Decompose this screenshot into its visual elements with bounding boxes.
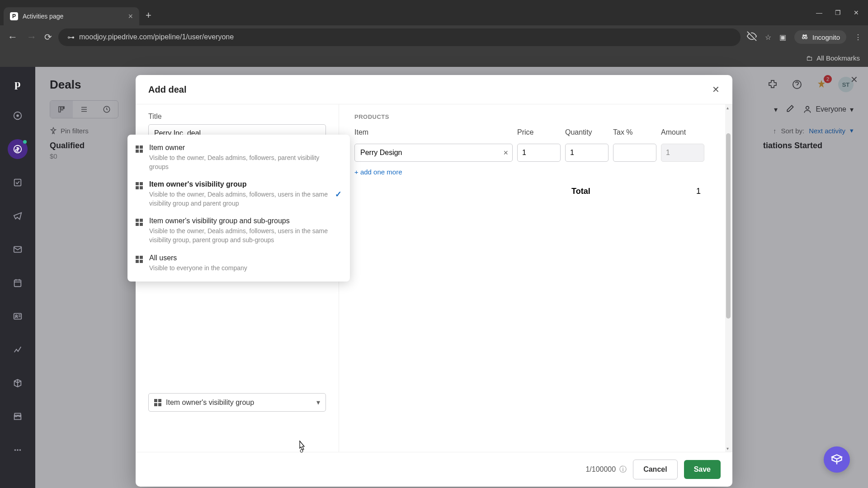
check-icon: ✓ [335,189,342,199]
new-tab-button[interactable]: + [146,9,151,21]
price-input[interactable] [517,144,561,162]
option-title: Item owner's visibility group and sub-gr… [149,217,342,225]
col-price: Price [517,128,561,139]
visibility-off-icon[interactable] [747,31,757,43]
modal-title: Add deal [148,84,186,95]
minimize-button[interactable]: — [816,9,822,16]
sidebar-item-products[interactable] [8,373,28,393]
tab-favicon: P [10,12,18,20]
option-title: Item owner's visibility group [149,180,342,188]
amount-input [661,144,704,162]
products-section-label: PRODUCTS [354,113,710,120]
svg-point-0 [802,37,805,39]
visibility-option-all-users[interactable]: All users Visible to everyone in the com… [127,249,350,277]
sidebar-item-marketplace[interactable] [8,407,28,427]
sidebar-item-insights[interactable] [8,340,28,360]
browser-menu-icon[interactable]: ⋮ [854,33,862,42]
scroll-thumb[interactable] [726,133,731,319]
sidebar-item-campaigns[interactable] [8,206,28,226]
cancel-button[interactable]: Cancel [633,460,677,479]
modal-scrollbar[interactable]: ▴ ▾ [725,104,732,452]
sidebar-item-mail[interactable] [8,239,28,259]
bookmarks-bar: 🗀 All Bookmarks [0,49,868,67]
option-desc: Visible to the owner, Deals admins, foll… [149,190,342,208]
svg-rect-5 [14,179,21,186]
url-bar[interactable]: ⊶ moodjoy.pipedrive.com/pipeline/1/user/… [58,28,741,46]
sidebar-item-more[interactable] [8,440,28,460]
tax-input[interactable] [613,144,656,162]
svg-point-10 [14,449,16,451]
visibility-select-value: Item owner's visibility group [166,399,254,407]
svg-point-11 [17,449,19,451]
option-desc: Visible to everyone in the company [149,264,342,273]
title-field-label: Title [148,113,326,121]
deal-counter: 1/100000 ⓘ [585,465,627,474]
all-bookmarks-button[interactable]: 🗀 All Bookmarks [806,54,860,62]
maximize-button[interactable]: ❐ [835,9,841,16]
app-logo[interactable]: p [9,75,26,92]
sidebar-item-calendar[interactable] [8,273,28,293]
modal-right-panel: PRODUCTS Item Price Quantity Tax % Amoun… [339,104,725,452]
grid-icon [154,399,161,406]
modal-close-icon[interactable]: ✕ [712,84,720,95]
add-one-more-link[interactable]: + add one more [354,168,710,176]
back-button[interactable]: ← [6,31,19,43]
svg-point-12 [19,449,21,451]
col-tax: Tax % [613,128,656,139]
clear-item-icon[interactable]: × [503,148,508,158]
folder-icon: 🗀 [806,54,813,62]
forward-button[interactable]: → [25,31,38,43]
visibility-select[interactable]: Item owner's visibility group ▾ [148,393,326,412]
left-sidebar: p [0,67,35,488]
option-desc: Visible to the owner, Deals admins, foll… [149,154,342,171]
chevron-down-icon: ▾ [316,398,320,407]
close-window-button[interactable]: ✕ [854,9,859,16]
scroll-down-icon[interactable]: ▾ [726,446,729,451]
product-item-input[interactable] [354,144,513,162]
site-info-icon[interactable]: ⊶ [67,33,75,42]
svg-point-9 [15,315,17,317]
info-icon[interactable]: ⓘ [619,465,627,474]
col-quantity: Quantity [565,128,609,139]
tab-close-icon[interactable]: × [128,12,133,21]
sidebar-dot-icon [23,140,27,144]
col-amount: Amount [661,128,704,139]
sidebar-item-activities[interactable] [8,173,28,192]
window-controls: — ❐ ✕ [816,9,864,16]
tab-title: Activities page [23,13,63,20]
grid-icon [136,256,143,263]
option-title: Item owner [149,144,342,152]
scroll-up-icon[interactable]: ▴ [726,105,729,110]
visibility-option-item-owner[interactable]: Item owner Visible to the owner, Deals a… [127,139,350,176]
browser-tab-strip: P Activities page × + — ❐ ✕ [0,0,868,25]
bookmark-star-icon[interactable]: ☆ [765,33,771,42]
visibility-option-owners-group[interactable]: Item owner's visibility group Visible to… [127,176,350,212]
sidebar-item-deals[interactable] [8,139,28,159]
grid-icon [136,182,143,189]
all-bookmarks-label: All Bookmarks [816,54,860,62]
grid-icon [136,145,143,153]
visibility-option-owners-group-and-sub[interactable]: Item owner's visibility group and sub-gr… [127,212,350,249]
svg-point-1 [805,37,807,39]
svg-rect-7 [14,280,21,287]
browser-tab[interactable]: P Activities page × [4,7,139,25]
col-item: Item [354,128,513,139]
save-button[interactable]: Save [684,460,721,479]
help-fab[interactable] [824,446,850,473]
total-value: 1 [696,187,701,196]
visibility-dropdown: Item owner Visible to the owner, Deals a… [127,135,350,282]
reload-button[interactable]: ⟳ [44,32,52,42]
incognito-label: Incognito [812,33,840,41]
option-title: All users [149,254,342,262]
total-label: Total [571,187,590,196]
sidebar-item-focus[interactable] [8,106,28,126]
side-panel-icon[interactable]: ▣ [779,33,786,42]
svg-point-3 [17,115,19,117]
sidebar-item-contacts[interactable] [8,306,28,326]
browser-toolbar: ← → ⟳ ⊶ moodjoy.pipedrive.com/pipeline/1… [0,25,868,49]
quantity-input[interactable] [565,144,609,162]
product-item-cell: × [354,144,513,162]
incognito-badge[interactable]: Incognito [794,30,846,44]
option-desc: Visible to the owner, Deals admins, foll… [149,227,342,244]
url-text: moodjoy.pipedrive.com/pipeline/1/user/ev… [79,33,234,41]
